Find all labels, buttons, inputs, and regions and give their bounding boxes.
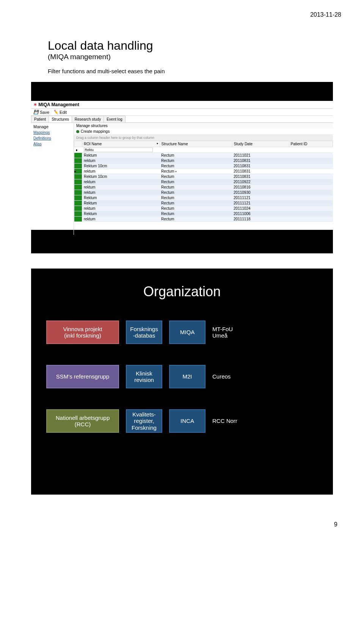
page-number: 9 [0, 510, 364, 539]
side-link-definitions[interactable]: Definitions [31, 135, 74, 141]
cell-roi: rektum [82, 217, 160, 222]
org-box: Cureos [212, 373, 258, 380]
cell-date: 20111024 [232, 206, 289, 211]
page-date: 2013-11-28 [0, 0, 364, 22]
slide-organization: Organization Vinnova projekt (inkl forsk… [31, 269, 333, 495]
filter-roi-input[interactable] [84, 148, 153, 152]
cell-date: 20110831 [232, 158, 289, 163]
main-tabs: Patient Structures Research study Event … [31, 116, 333, 123]
cell-roi: Rektum [82, 153, 160, 158]
side-link-mappings[interactable]: Mappings [31, 130, 74, 135]
tab-event-log[interactable]: Event log [104, 116, 126, 123]
row-marker: ▸ [74, 169, 82, 174]
structures-table: ROI Name▾ Structure Name Study Date Pati… [74, 141, 333, 235]
create-mappings-button[interactable]: Create mappings [74, 129, 333, 135]
cell-pid [289, 206, 333, 211]
table-row[interactable]: rektumRectum20110816 [74, 185, 333, 190]
table-row[interactable]: Rektum 10cmRectum20110831 [74, 174, 333, 179]
cell-structure: Rectum [160, 206, 232, 211]
table-row[interactable]: rektumRectum20110831 [74, 158, 333, 163]
row-marker [74, 185, 82, 190]
col-roi-name[interactable]: ROI Name▾ [82, 141, 160, 147]
filter-date[interactable] [232, 147, 289, 153]
filter-icon: ♦ [74, 147, 82, 153]
save-button[interactable]: Save [33, 110, 49, 115]
cell-structure: Rectum [160, 211, 232, 217]
cell-roi: rektum [82, 190, 160, 195]
row-marker [74, 206, 82, 211]
table-row[interactable]: RektumRectum20111121 [74, 195, 333, 201]
row-marker [74, 190, 82, 195]
cell-structure: Rectum [160, 158, 232, 163]
cell-structure[interactable]: Rectum [160, 169, 232, 174]
cell-pid [289, 190, 333, 195]
table-row[interactable]: Rektum 10cmRectum20110831 [74, 163, 333, 169]
table-row[interactable]: ▸rektumRectum20110831 [74, 169, 333, 174]
slide-local-data-handling: Local data handling (MIQA mangement) Fil… [31, 30, 333, 253]
cell-structure: Rectum [160, 190, 232, 195]
org-box: Kvalitets- register, Forskning [126, 409, 162, 433]
tab-structures[interactable]: Structures [49, 116, 72, 123]
col-patient-id[interactable]: Patient ID [289, 141, 333, 147]
row-marker [74, 174, 82, 179]
cell-date: 20111021 [232, 153, 289, 158]
row-marker [74, 179, 82, 185]
panel-heading: Manage structures [74, 123, 333, 129]
table-row[interactable]: RektumRectum20111021 [74, 153, 333, 158]
row-marker [74, 201, 82, 206]
window-title: ✶ MIQA Management [31, 101, 333, 109]
table-row[interactable]: RektumRectum20111121 [74, 201, 333, 206]
edit-icon [53, 110, 58, 115]
row-marker [74, 163, 82, 169]
org-box: Vinnova projekt (inkl forskning) [46, 320, 119, 344]
cell-structure: Rectum [160, 201, 232, 206]
filter-pid[interactable] [289, 147, 333, 153]
main-panel: Manage structures Create mappings Drag a… [74, 123, 333, 235]
tab-research-study[interactable]: Research study [72, 116, 104, 123]
cell-roi: Rektum [82, 195, 160, 201]
cell-structure: Rectum [160, 153, 232, 158]
cell-roi: rektum [82, 179, 160, 185]
slide1-subtitle: (MIQA mangement) [48, 53, 333, 61]
cell-structure: Rectum [160, 174, 232, 179]
table-row[interactable]: rektumRectum20111024 [74, 206, 333, 211]
col-marker [74, 141, 82, 147]
side-heading: Manage [31, 123, 74, 130]
cell-date: 20110930 [232, 190, 289, 195]
table-row[interactable]: rektumRectum20110930 [74, 190, 333, 195]
plus-icon [76, 130, 79, 133]
filter-structure[interactable] [160, 147, 232, 153]
group-by-hint[interactable]: Drag a column header here to group by th… [74, 135, 333, 141]
table-row[interactable]: rektumRectum20110922 [74, 179, 333, 185]
cell-date: 20111121 [232, 195, 289, 201]
cell-roi: Rektum [82, 211, 160, 217]
org-row: Vinnova projekt (inkl forskning)Forsknin… [42, 320, 322, 344]
side-panel: Manage Mappings Definitions Alias [31, 123, 74, 235]
cell-date: 20111121 [232, 201, 289, 206]
cell-structure: Rectum [160, 163, 232, 169]
org-box: Forsknings -databas [126, 320, 162, 344]
side-link-alias[interactable]: Alias [31, 141, 74, 147]
cell-pid [289, 169, 333, 174]
cell-pid [289, 195, 333, 201]
row-marker [74, 211, 82, 217]
cell-roi: rektum [82, 158, 160, 163]
table-row[interactable]: RektumRectum20111006 [74, 211, 333, 217]
cell-pid [289, 217, 333, 222]
cell-structure: Rectum [160, 217, 232, 222]
create-mappings-label: Create mappings [81, 129, 110, 134]
tab-patient[interactable]: Patient [31, 116, 49, 123]
col-study-date[interactable]: Study Date [232, 141, 289, 147]
window-title-text: MIQA Management [38, 102, 79, 107]
org-box: SSM's referensgrupp [46, 365, 119, 388]
table-row[interactable]: rektumRectum20111118 [74, 217, 333, 222]
cell-pid [289, 158, 333, 163]
edit-button[interactable]: Edit [53, 110, 67, 115]
cell-pid [289, 153, 333, 158]
cell-roi: Rektum [82, 201, 160, 206]
cell-roi: rektum [82, 169, 160, 174]
row-marker [74, 158, 82, 163]
cell-structure: Rectum [160, 195, 232, 201]
edit-label: Edit [60, 110, 67, 115]
col-structure-name[interactable]: Structure Name [160, 141, 232, 147]
